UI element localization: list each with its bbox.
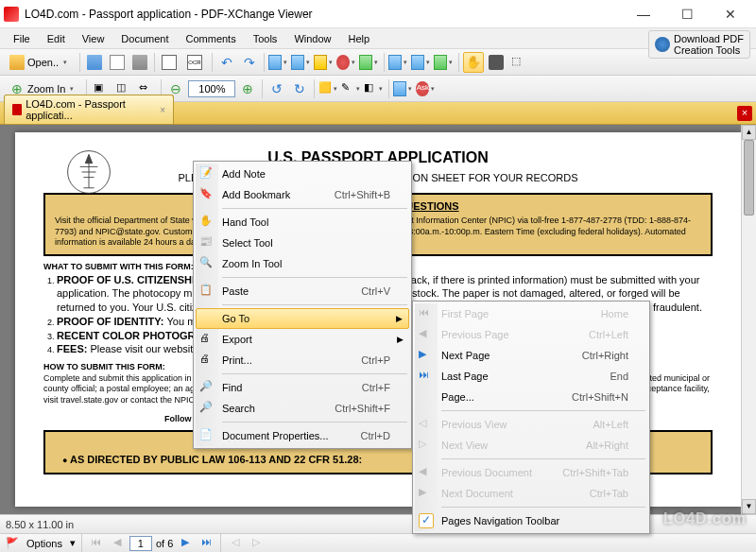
- sub-first-page[interactable]: ⏮First PageHome: [415, 303, 647, 324]
- download-pdf-tools-button[interactable]: Download PDFCreation Tools: [648, 30, 750, 59]
- window-title: LO4D.com - Passport application - PDF-XC…: [25, 8, 622, 21]
- chevron-down-icon: ▾: [63, 59, 70, 66]
- menu-edit[interactable]: Edit: [40, 31, 73, 46]
- chevron-right-icon: ▶: [397, 335, 404, 344]
- strike-icon: [336, 55, 350, 70]
- prev-view-icon: ◁: [419, 417, 434, 432]
- minimize-button[interactable]: —: [622, 0, 665, 28]
- menu-help[interactable]: Help: [341, 31, 378, 46]
- rotate-ccw-btn[interactable]: ↺: [266, 78, 287, 99]
- menu-window[interactable]: Window: [286, 31, 338, 46]
- redo-button[interactable]: ↷: [239, 52, 260, 73]
- next-page-icon: ▶: [419, 348, 434, 363]
- next-page-button[interactable]: ▶: [177, 536, 194, 551]
- eraser-btn[interactable]: ◧▾: [364, 78, 385, 99]
- menu-view[interactable]: View: [75, 31, 112, 46]
- page-icon: [419, 389, 434, 405]
- open-label: Open..: [27, 57, 59, 68]
- sub-page[interactable]: Page...Ctrl+Shift+N: [415, 387, 647, 407]
- snapshot-button[interactable]: [486, 52, 507, 73]
- ctx-go-to[interactable]: Go To▶: [196, 308, 409, 329]
- find-icon: 🔎: [199, 380, 215, 395]
- vertical-scrollbar[interactable]: ▲ ▼: [741, 125, 756, 514]
- scroll-thumb[interactable]: [744, 140, 754, 216]
- sub-prev-view[interactable]: ◁Previous ViewAlt+Left: [415, 414, 647, 435]
- ocr-button[interactable]: OCR: [181, 52, 208, 73]
- pencil-btn[interactable]: ✎▾: [341, 78, 362, 99]
- scroll-up-icon[interactable]: ▲: [742, 125, 756, 140]
- ctx-zoom-in-tool[interactable]: 🔍Zoom In Tool: [196, 253, 409, 274]
- email-button[interactable]: [107, 52, 128, 73]
- ctx-find[interactable]: 🔎FindCtrl+F: [196, 377, 409, 398]
- undo-button[interactable]: ↶: [216, 52, 237, 73]
- scan-button[interactable]: [159, 52, 180, 73]
- open-button[interactable]: Open..▾: [4, 52, 76, 73]
- menu-tools[interactable]: Tools: [246, 31, 285, 46]
- last-page-icon: ⏭: [419, 369, 434, 384]
- ctx-add-bookmark[interactable]: 🔖Add BookmarkCtrl+Shift+B: [196, 184, 409, 205]
- paste-icon: 📋: [199, 284, 215, 299]
- sub-pages-nav-toolbar[interactable]: Pages Navigation Toolbar: [415, 510, 647, 531]
- stamp-btn[interactable]: 🟨▾: [318, 78, 339, 99]
- chevron-down-icon[interactable]: ▾: [70, 537, 76, 549]
- callout-btn[interactable]: ▾: [268, 52, 289, 73]
- select-icon: 📰: [199, 235, 215, 250]
- rect-btn[interactable]: ▾: [434, 52, 455, 73]
- maximize-button[interactable]: ☐: [665, 0, 709, 28]
- close-button[interactable]: ✕: [709, 0, 752, 28]
- menubar: File Edit View Document Comments Tools W…: [0, 28, 756, 49]
- menu-comments[interactable]: Comments: [179, 31, 244, 46]
- rotate-cw-icon: ↻: [292, 81, 307, 96]
- attach-btn[interactable]: ▾: [393, 78, 414, 99]
- rotate-cw-btn[interactable]: ↻: [289, 78, 310, 99]
- sub-prev-doc[interactable]: ◀Previous DocumentCtrl+Shift+Tab: [415, 462, 647, 483]
- print-icon: [132, 55, 147, 70]
- ctx-hand-tool[interactable]: ✋Hand Tool: [196, 212, 409, 233]
- print-button[interactable]: [129, 52, 150, 73]
- ocr-icon: OCR: [187, 55, 202, 70]
- sub-next-page[interactable]: ▶Next PageCtrl+Right: [415, 345, 647, 366]
- ctx-search[interactable]: 🔎SearchCtrl+Shift+F: [196, 398, 409, 419]
- document-tab[interactable]: LO4D.com - Passport applicati... ×: [4, 95, 174, 124]
- stamp-icon: 🟨: [318, 81, 332, 96]
- next-view-button[interactable]: ▷: [248, 536, 265, 551]
- prev-view-button[interactable]: ◁: [227, 536, 244, 551]
- hand-tool-button[interactable]: ✋: [463, 52, 484, 73]
- sub-last-page[interactable]: ⏭Last PageEnd: [415, 366, 647, 387]
- ctx-doc-properties[interactable]: 📄Document Properties...Ctrl+D: [196, 425, 409, 446]
- menu-document[interactable]: Document: [113, 31, 176, 46]
- line-btn[interactable]: ▾: [411, 52, 432, 73]
- strike-btn[interactable]: ▾: [336, 52, 357, 73]
- save-button[interactable]: [84, 52, 105, 73]
- highlight-btn[interactable]: ▾: [314, 52, 335, 73]
- sub-next-doc[interactable]: ▶Next DocumentCtrl+Tab: [415, 483, 647, 504]
- sub-prev-page[interactable]: ◀Previous PageCtrl+Left: [415, 324, 647, 345]
- underline-btn[interactable]: ▾: [359, 52, 380, 73]
- zoom-field[interactable]: [188, 80, 235, 97]
- ctx-export[interactable]: 🖨Export▶: [196, 329, 409, 350]
- menu-file[interactable]: File: [6, 31, 38, 46]
- ctx-select-tool[interactable]: 📰Select Tool: [196, 233, 409, 253]
- sub-next-view[interactable]: ▷Next ViewAlt+Right: [415, 435, 647, 456]
- ctx-add-note[interactable]: 📝Add Note: [196, 164, 409, 184]
- options-button[interactable]: Options: [23, 538, 66, 549]
- properties-icon: 📄: [199, 428, 215, 443]
- ctx-paste[interactable]: 📋PasteCtrl+V: [196, 281, 409, 302]
- page-number-field[interactable]: [129, 536, 152, 551]
- select-tool-button[interactable]: ⬚: [508, 52, 529, 73]
- page-of-label: of 6: [156, 538, 173, 549]
- eraser-icon: ◧: [364, 81, 377, 96]
- prev-page-icon: ◀: [419, 327, 434, 342]
- prev-page-button[interactable]: ◀: [109, 536, 126, 551]
- ctx-print[interactable]: 🖨Print...Ctrl+P: [196, 350, 409, 371]
- last-page-button[interactable]: ⏭: [198, 536, 215, 551]
- save-icon: [87, 55, 102, 70]
- ask-btn[interactable]: Ask▾: [416, 78, 437, 99]
- tab-close-icon[interactable]: ×: [160, 105, 165, 115]
- first-page-button[interactable]: ⏮: [88, 536, 105, 551]
- close-all-tabs-button[interactable]: ×: [737, 106, 752, 121]
- zoom-in-btn2[interactable]: ⊕: [237, 78, 258, 99]
- textbox-btn[interactable]: ▾: [291, 52, 312, 73]
- callout-icon: [268, 55, 282, 70]
- arrow-btn[interactable]: ▾: [388, 52, 409, 73]
